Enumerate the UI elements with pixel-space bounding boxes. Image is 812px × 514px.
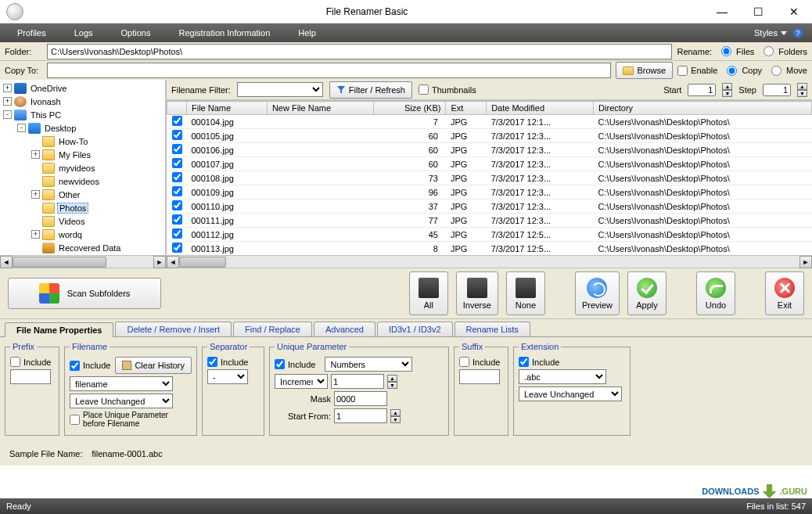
tree-node[interactable]: How-To (0, 135, 165, 148)
select-none-button[interactable]: None (506, 271, 545, 315)
rename-folders-radio[interactable] (763, 46, 774, 56)
step-input[interactable] (763, 84, 791, 96)
row-checkbox[interactable] (172, 228, 182, 239)
table-row[interactable]: 000113.jpg8JPG7/3/2017 12:5...C:\Users\I… (167, 242, 812, 256)
scroll-right-icon[interactable]: ► (799, 256, 812, 268)
row-checkbox[interactable] (172, 116, 182, 126)
clear-history-button[interactable]: Clear History (115, 357, 192, 374)
place-before-checkbox[interactable] (70, 415, 80, 425)
suffix-input[interactable] (459, 369, 500, 384)
menu-registration[interactable]: Registration Information (164, 23, 284, 42)
apply-button[interactable]: Apply (627, 271, 666, 315)
unique-include-checkbox[interactable] (275, 359, 285, 369)
filename-case-combo[interactable]: Leave Unchanged (70, 394, 173, 408)
tree-node[interactable]: +Ivonash (0, 95, 165, 108)
row-checkbox[interactable] (172, 243, 182, 253)
unique-mode-combo[interactable]: Increment (275, 374, 328, 389)
tree-node[interactable]: +OneDrive (0, 81, 165, 95)
select-all-button[interactable]: All (409, 271, 448, 315)
prefix-include-checkbox[interactable] (10, 357, 20, 367)
collapse-icon[interactable]: - (3, 110, 12, 119)
preview-button[interactable]: Preview (575, 271, 620, 315)
row-checkbox[interactable] (172, 200, 182, 210)
filename-include-checkbox[interactable] (70, 361, 80, 371)
unique-mode-value-input[interactable] (331, 374, 384, 389)
tree-node[interactable]: +Other (0, 188, 165, 201)
tree-node[interactable]: newvideos (0, 174, 165, 188)
tree-node[interactable]: myvideos (0, 161, 165, 174)
table-row[interactable]: 000110.jpg37JPG7/3/2017 12:3...C:\Users\… (167, 199, 812, 214)
folder-tree[interactable]: +OneDrive+Ivonash-This PC-DesktopHow-To+… (0, 80, 166, 268)
menu-help[interactable]: Help (284, 23, 330, 42)
tree-node[interactable]: +wordq (0, 228, 165, 241)
expand-icon[interactable]: + (3, 84, 12, 92)
startfrom-input[interactable] (334, 408, 387, 423)
expand-icon[interactable]: + (31, 190, 40, 199)
menu-options[interactable]: Options (107, 23, 165, 42)
browse-button[interactable]: Browse (616, 62, 673, 79)
menu-profiles[interactable]: Profiles (3, 23, 60, 42)
copy-radio[interactable] (727, 66, 737, 76)
expand-icon[interactable]: + (31, 150, 40, 159)
step-spinner[interactable]: ▲▼ (797, 83, 807, 97)
tree-node[interactable]: Recovered Data (0, 241, 165, 254)
table-row[interactable]: 000104.jpg7JPG7/3/2017 12:1...C:\Users\I… (167, 115, 812, 129)
unique-mode-spinner[interactable]: ▲▼ (387, 375, 397, 389)
close-button[interactable]: ✕ (776, 0, 812, 23)
tab-id3[interactable]: ID3v1 / ID3v2 (377, 322, 453, 336)
undo-button[interactable]: Undo (696, 271, 735, 315)
grid-hscroll[interactable]: ◄ ► (167, 255, 812, 268)
copyto-path-input[interactable] (47, 63, 611, 78)
startfrom-spinner[interactable]: ▲▼ (390, 409, 401, 423)
move-radio[interactable] (771, 66, 781, 76)
help-icon[interactable]: ? (793, 28, 803, 38)
mask-input[interactable] (334, 391, 387, 406)
row-checkbox[interactable] (172, 144, 182, 154)
scroll-left-icon[interactable]: ◄ (167, 256, 179, 268)
table-row[interactable]: 000112.jpg45JPG7/3/2017 12:5...C:\Users\… (167, 228, 812, 242)
tab-advanced[interactable]: Advanced (314, 322, 375, 336)
tree-node[interactable]: -This PC (0, 108, 165, 121)
file-grid[interactable]: File Name New File Name Size (KB) Ext Da… (167, 100, 812, 255)
col-size[interactable]: Size (KB) (374, 102, 446, 115)
row-checkbox[interactable] (172, 158, 182, 168)
tree-node[interactable]: +My Files (0, 148, 165, 161)
thumbnails-checkbox[interactable] (419, 84, 429, 95)
start-input[interactable] (688, 84, 716, 96)
table-row[interactable]: 000111.jpg77JPG7/3/2017 12:3...C:\Users\… (167, 214, 812, 228)
exit-button[interactable]: Exit (765, 271, 804, 315)
tree-node[interactable]: Photos (0, 201, 165, 214)
col-check[interactable] (167, 102, 187, 115)
separator-combo[interactable]: - (207, 369, 248, 384)
table-row[interactable]: 000105.jpg60JPG7/3/2017 12:3...C:\Users\… (167, 129, 812, 143)
collapse-icon[interactable]: - (17, 124, 26, 132)
scroll-thumb[interactable] (179, 257, 226, 268)
col-dir[interactable]: Directory (594, 102, 812, 115)
table-row[interactable]: 000107.jpg60JPG7/3/2017 12:3...C:\Users\… (167, 157, 812, 171)
row-checkbox[interactable] (172, 172, 182, 182)
row-checkbox[interactable] (172, 130, 182, 140)
scroll-left-icon[interactable]: ◄ (0, 256, 13, 268)
scan-subfolders-button[interactable]: Scan Subfolders (8, 278, 161, 309)
start-spinner[interactable]: ▲▼ (722, 83, 732, 97)
tab-find-replace[interactable]: Find / Replace (233, 322, 312, 336)
tree-node[interactable]: -Desktop (0, 121, 165, 135)
rename-files-radio[interactable] (721, 46, 731, 56)
table-row[interactable]: 000106.jpg60JPG7/3/2017 12:3...C:\Users\… (167, 143, 812, 157)
select-inverse-button[interactable]: Inverse (456, 271, 498, 315)
suffix-include-checkbox[interactable] (459, 357, 469, 367)
scroll-right-icon[interactable]: ► (153, 256, 166, 268)
folder-path-input[interactable] (47, 44, 672, 59)
tab-delete-remove-insert[interactable]: Delete / Remove / Insert (115, 322, 232, 336)
extension-combo[interactable]: .abc (519, 369, 606, 384)
prefix-input[interactable] (10, 369, 51, 384)
row-checkbox[interactable] (172, 186, 182, 196)
tree-node[interactable]: Videos (0, 214, 165, 228)
row-checkbox[interactable] (172, 214, 182, 225)
col-date[interactable]: Date Modified (487, 102, 594, 115)
menu-styles[interactable]: Styles ? (748, 28, 809, 38)
scroll-thumb[interactable] (13, 257, 106, 268)
expand-icon[interactable]: + (31, 230, 40, 239)
tab-rename-lists[interactable]: Rename Lists (455, 322, 530, 336)
unique-type-combo[interactable]: Numbers (325, 357, 412, 372)
